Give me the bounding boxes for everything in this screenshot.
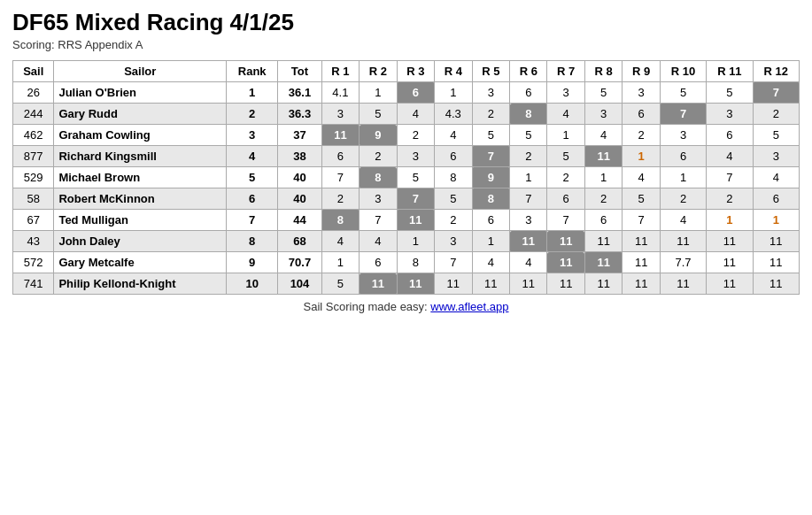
race-cell-r11: 11 — [707, 273, 753, 295]
sail-number: 572 — [13, 252, 54, 273]
race-cell-r10: 11 — [660, 273, 706, 295]
sail-number: 741 — [13, 273, 54, 295]
total: 40 — [278, 188, 321, 210]
race-cell-r8: 6 — [584, 210, 622, 231]
race-cell-r3: 6 — [397, 82, 434, 104]
race-cell-r11: 7 — [707, 167, 753, 188]
col-header-r5: R 5 — [472, 61, 509, 82]
race-cell-r8: 3 — [584, 104, 622, 125]
table-row: 462Graham Cowling3371192455142365 — [13, 125, 800, 146]
sailor-name: Robert McKinnon — [54, 188, 227, 210]
race-cell-r7: 11 — [547, 273, 584, 295]
race-cell-r9: 1 — [623, 146, 660, 167]
race-cell-r4: 4 — [435, 125, 472, 146]
footer-link[interactable]: www.afleet.app — [430, 300, 508, 313]
race-cell-r3: 5 — [397, 167, 434, 188]
race-cell-r3: 8 — [397, 252, 434, 273]
race-cell-r2: 4 — [360, 231, 397, 252]
race-cell-r6: 8 — [510, 104, 547, 125]
race-cell-r1: 7 — [321, 167, 359, 188]
race-cell-r11: 3 — [707, 104, 753, 125]
col-header-sailor: Sailor — [54, 61, 227, 82]
race-cell-r3: 11 — [397, 273, 434, 295]
race-cell-r3: 1 — [397, 231, 434, 252]
race-cell-r6: 11 — [510, 273, 547, 295]
race-cell-r12: 11 — [753, 273, 799, 295]
race-cell-r5: 8 — [472, 188, 509, 210]
race-cell-r1: 2 — [321, 188, 359, 210]
rank: 6 — [227, 188, 278, 210]
race-cell-r5: 2 — [472, 104, 509, 125]
col-header-r12: R 12 — [753, 61, 799, 82]
race-cell-r11: 2 — [707, 188, 753, 210]
race-cell-r9: 4 — [623, 167, 660, 188]
race-cell-r11: 11 — [707, 252, 753, 273]
sailor-name: Gary Rudd — [54, 104, 227, 125]
race-cell-r4: 8 — [435, 167, 472, 188]
col-header-sail: Sail — [13, 61, 54, 82]
rank: 5 — [227, 167, 278, 188]
total: 36.3 — [278, 104, 321, 125]
race-cell-r5: 1 — [472, 231, 509, 252]
race-cell-r8: 11 — [584, 231, 622, 252]
race-cell-r4: 11 — [435, 273, 472, 295]
race-cell-r8: 4 — [584, 125, 622, 146]
race-cell-r12: 1 — [753, 210, 799, 231]
race-cell-r11: 4 — [707, 146, 753, 167]
race-cell-r6: 6 — [510, 82, 547, 104]
race-cell-r3: 4 — [397, 104, 434, 125]
sail-number: 43 — [13, 231, 54, 252]
race-cell-r9: 2 — [623, 125, 660, 146]
race-cell-r5: 3 — [472, 82, 509, 104]
table-row: 877Richard Kingsmill4386236725111643 — [13, 146, 800, 167]
race-cell-r6: 4 — [510, 252, 547, 273]
col-header-r9: R 9 — [623, 61, 660, 82]
sailor-name: Julian O'Brien — [54, 82, 227, 104]
total: 68 — [278, 231, 321, 252]
sailor-name: Ted Mulligan — [54, 210, 227, 231]
sailor-name: Philip Kellond-Knight — [54, 273, 227, 295]
table-row: 529Michael Brown540785891214174 — [13, 167, 800, 188]
sailor-name: Richard Kingsmill — [54, 146, 227, 167]
race-cell-r12: 4 — [753, 167, 799, 188]
race-cell-r2: 5 — [360, 104, 397, 125]
race-cell-r9: 11 — [623, 231, 660, 252]
col-header-r7: R 7 — [547, 61, 584, 82]
race-cell-r1: 3 — [321, 104, 359, 125]
race-cell-r8: 2 — [584, 188, 622, 210]
race-cell-r2: 6 — [360, 252, 397, 273]
race-cell-r10: 2 — [660, 188, 706, 210]
race-cell-r9: 11 — [623, 273, 660, 295]
total: 104 — [278, 273, 321, 295]
sail-number: 462 — [13, 125, 54, 146]
sail-number: 67 — [13, 210, 54, 231]
race-cell-r6: 2 — [510, 146, 547, 167]
rank: 7 — [227, 210, 278, 231]
race-cell-r6: 5 — [510, 125, 547, 146]
race-cell-r1: 5 — [321, 273, 359, 295]
race-cell-r1: 4 — [321, 231, 359, 252]
race-cell-r8: 11 — [584, 252, 622, 273]
race-cell-r2: 11 — [360, 273, 397, 295]
rank: 9 — [227, 252, 278, 273]
footer-text: Sail Scoring made easy: — [304, 300, 431, 313]
race-cell-r2: 2 — [360, 146, 397, 167]
race-cell-r12: 6 — [753, 188, 799, 210]
race-cell-r10: 5 — [660, 82, 706, 104]
race-cell-r7: 7 — [547, 210, 584, 231]
race-cell-r3: 7 — [397, 188, 434, 210]
total: 44 — [278, 210, 321, 231]
footer: Sail Scoring made easy: www.afleet.app — [12, 300, 800, 313]
race-cell-r12: 5 — [753, 125, 799, 146]
race-cell-r12: 11 — [753, 231, 799, 252]
race-cell-r4: 1 — [435, 82, 472, 104]
race-cell-r9: 7 — [623, 210, 660, 231]
race-cell-r8: 1 — [584, 167, 622, 188]
col-header-rank: Rank — [227, 61, 278, 82]
total: 36.1 — [278, 82, 321, 104]
race-cell-r4: 5 — [435, 188, 472, 210]
race-cell-r9: 11 — [623, 252, 660, 273]
race-cell-r1: 8 — [321, 210, 359, 231]
table-row: 58Robert McKinnon640237587625226 — [13, 188, 800, 210]
race-cell-r10: 3 — [660, 125, 706, 146]
